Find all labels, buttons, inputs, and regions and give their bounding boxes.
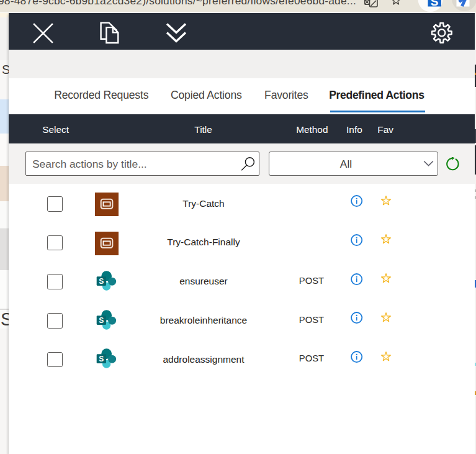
svg-text:S: S [99,277,104,286]
svg-text:S: S [99,316,104,325]
svg-text:S: S [99,355,104,363]
svg-text:S: S [431,0,439,8]
